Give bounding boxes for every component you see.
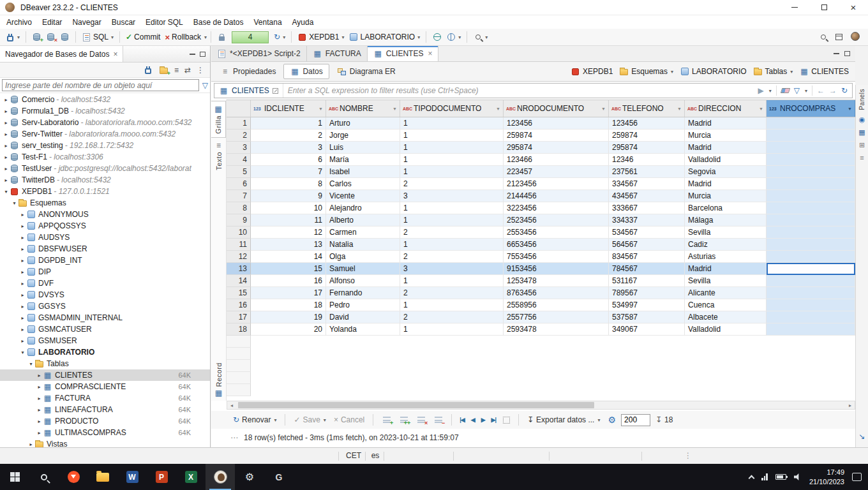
cell[interactable]	[767, 130, 855, 142]
chevron-down-icon[interactable]: ▾	[11, 200, 18, 206]
new-sql-editor-button[interactable]: SQL▾	[80, 31, 116, 43]
chevron-down-icon[interactable]: ▾	[111, 34, 114, 40]
minimize-button[interactable]	[780, 0, 809, 15]
view-tab-diagrama-er[interactable]: Diagrama ER	[331, 64, 402, 79]
maximize-results-icon[interactable]: ↘	[858, 432, 865, 441]
cell[interactable]	[767, 275, 855, 287]
cell[interactable]	[767, 251, 855, 263]
cell[interactable]: 2144456	[504, 190, 609, 202]
chevron-right-icon[interactable]: ▸	[36, 419, 43, 424]
row-number[interactable]: 9	[227, 214, 251, 226]
cell[interactable]: Luis	[326, 142, 400, 154]
chevron-right-icon[interactable]: ▸	[19, 315, 26, 321]
menu-buscar[interactable]: Buscar	[107, 17, 140, 28]
cell[interactable]	[767, 190, 855, 202]
cell[interactable]: 12	[251, 226, 326, 239]
navigate-button[interactable]: ▾	[444, 31, 463, 43]
cell[interactable]	[767, 142, 855, 154]
start-button[interactable]	[0, 464, 29, 490]
cell[interactable]: Pedro	[326, 299, 400, 311]
cell[interactable]: 2	[251, 130, 326, 142]
save-button[interactable]: ✓Save▾	[291, 414, 328, 426]
presentation-tab-grid[interactable]: ▦ Grilla	[211, 101, 226, 138]
new-folder-icon[interactable]: +	[159, 66, 168, 75]
cell[interactable]: 123456	[504, 117, 609, 130]
value-viewer-panel-icon[interactable]: ◉	[859, 116, 865, 123]
cell[interactable]: Alberto	[326, 214, 400, 226]
cell[interactable]: Asturias	[685, 251, 767, 263]
column-header-idcliente[interactable]: 123IDCLIENTE▼	[251, 100, 326, 117]
tree-item-clientes[interactable]: ▸▦CLIENTES64K	[0, 369, 210, 381]
cell[interactable]: Arturo	[326, 117, 400, 130]
tree-item-gsmuser[interactable]: ▸GSMUSER	[0, 335, 210, 346]
cell[interactable]: 789567	[609, 287, 685, 299]
cell[interactable]	[767, 323, 855, 336]
tree-item-vistas[interactable]: ▸Vistas	[0, 438, 210, 447]
cell[interactable]: 564567	[609, 239, 685, 251]
cell[interactable]: Cuenca	[685, 299, 767, 311]
dbeaver-community-button[interactable]	[850, 32, 860, 43]
cell[interactable]: 18	[251, 299, 326, 311]
column-sort-dropdown[interactable]: ▼	[675, 107, 682, 111]
tree-item-appqossys[interactable]: ▸APPQOSSYS	[0, 220, 210, 232]
cell[interactable]: Alfonso	[326, 275, 400, 287]
tree-item-audsys[interactable]: ▸AUDSYS	[0, 232, 210, 243]
chevron-right-icon[interactable]: ▸	[3, 166, 10, 172]
add-row-button[interactable]: +	[379, 414, 394, 426]
cell[interactable]: 20	[251, 323, 326, 336]
calc-panel-icon[interactable]: ⊞	[859, 142, 865, 149]
close-panel-icon[interactable]: ×	[113, 50, 117, 59]
cell[interactable]: 3	[400, 263, 504, 275]
breadcrumb-clientes[interactable]: ▦CLIENTES	[797, 66, 851, 77]
tree-item-gsmcatuser[interactable]: ▸GSMCATUSER	[0, 323, 210, 335]
row-number[interactable]: 1	[227, 117, 251, 130]
new-connection-icon[interactable]	[144, 66, 153, 75]
editor-tab-xepdb1-script-2[interactable]: *<XEPDB1> Script-2	[211, 46, 307, 61]
taskbar-word-button[interactable]: W	[117, 464, 147, 490]
row-number[interactable]: 7	[227, 190, 251, 202]
close-tab-icon[interactable]: ×	[428, 49, 432, 58]
cell[interactable]: 1	[400, 214, 504, 226]
chevron-down-icon[interactable]: ▾	[485, 34, 488, 40]
column-header-tipodocumento[interactable]: ABCTIPODOCUMENTO▼	[400, 100, 504, 117]
tree-item-gsmadmin-internal[interactable]: ▸GSMADMIN_INTERNAL	[0, 312, 210, 323]
cell[interactable]: 334567	[609, 178, 685, 190]
grouping-panel-icon[interactable]: ▦	[858, 129, 865, 136]
tree-item-anonymous[interactable]: ▸ANONYMOUS	[0, 209, 210, 220]
object-search-input[interactable]	[2, 79, 199, 91]
row-number[interactable]: 5	[227, 166, 251, 178]
menu-editar[interactable]: Editar	[37, 17, 67, 28]
column-sort-dropdown[interactable]: ▼	[391, 107, 397, 111]
row-number[interactable]: 14	[227, 275, 251, 287]
cell[interactable]: 223457	[504, 166, 609, 178]
chevron-right-icon[interactable]: ▸	[19, 258, 26, 264]
chevron-right-icon[interactable]: ▸	[36, 396, 43, 401]
cell[interactable]	[767, 178, 855, 190]
tree-item-test-f1[interactable]: ▸Test-F1 - localhost:3306	[0, 151, 210, 163]
breadcrumb-tablas[interactable]: Tablas▾	[751, 66, 796, 77]
cell[interactable]: 2593478	[504, 323, 609, 336]
cell[interactable]: 349067	[609, 323, 685, 336]
cell[interactable]: 1	[400, 323, 504, 336]
cell[interactable]: 13	[251, 239, 326, 251]
cell[interactable]	[767, 311, 855, 323]
chevron-right-icon[interactable]: ▸	[19, 246, 26, 252]
cell[interactable]: 1	[400, 239, 504, 251]
previous-row-button[interactable]: ◀	[469, 417, 477, 423]
tree-item-serv-laboratorio[interactable]: ▸Serv-Laboratorio - laboratoriorafa.mooo…	[0, 117, 210, 128]
cell[interactable]: 8763456	[504, 287, 609, 299]
cell[interactable]: María	[326, 154, 400, 166]
chevron-down-icon[interactable]: ▾	[274, 417, 276, 423]
cell[interactable]: Segovia	[685, 166, 767, 178]
tree-item-tablas[interactable]: ▾Tablas	[0, 358, 210, 369]
row-number[interactable]: 16	[227, 299, 251, 311]
taskbar-explorer-button[interactable]	[88, 464, 117, 490]
cell[interactable]: 1	[400, 275, 504, 287]
row-number[interactable]: 8	[227, 202, 251, 214]
history-forward-icon[interactable]: →	[829, 86, 837, 95]
menu-editor-sql[interactable]: Editor SQL	[140, 17, 188, 28]
tree-item-laboratorio[interactable]: ▾LABORATORIO	[0, 346, 210, 358]
perspective-button[interactable]	[834, 33, 844, 42]
menu-ayuda[interactable]: Ayuda	[287, 17, 319, 28]
chevron-right-icon[interactable]: ▸	[3, 131, 10, 137]
